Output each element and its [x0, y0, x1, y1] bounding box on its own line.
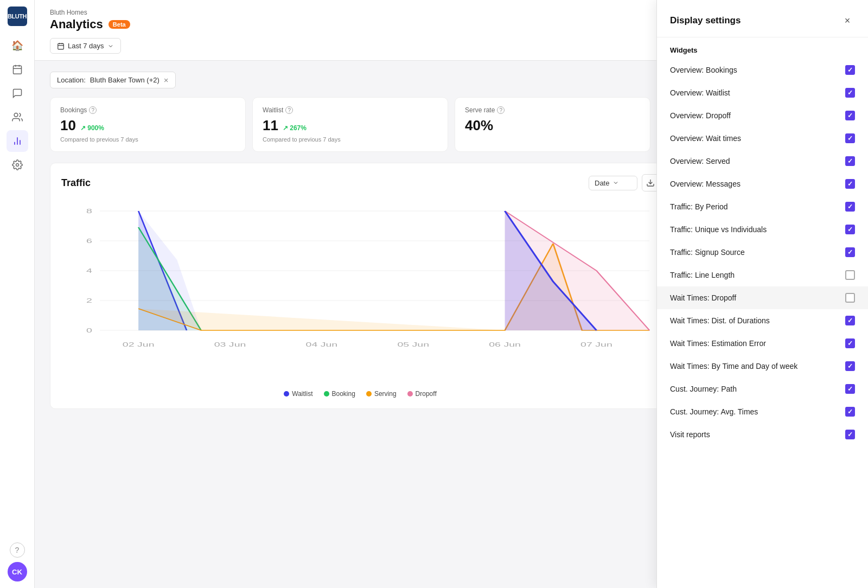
widget-checkbox[interactable]: ✓: [845, 65, 855, 75]
widget-row[interactable]: Overview: Dropoff ✓: [657, 104, 868, 127]
sidebar-item-analytics[interactable]: [7, 130, 28, 152]
check-icon: ✓: [847, 340, 853, 347]
date-range-button[interactable]: Last 7 days: [50, 38, 121, 54]
widget-checkbox[interactable]: ✓: [845, 384, 855, 394]
widget-label: Traffic: Unique vs Individuals: [670, 225, 767, 234]
date-select-label: Date: [595, 179, 609, 187]
svg-rect-0: [13, 66, 21, 74]
widget-row[interactable]: Wait Times: Dist. of Durations ✓: [657, 309, 868, 332]
widget-row[interactable]: Traffic: Signup Source ✓: [657, 241, 868, 264]
settings-panel: Display settings × Widgets Overview: Boo…: [656, 0, 868, 588]
widget-label: Wait Times: Dropoff: [670, 293, 736, 302]
widget-label: Wait Times: By Time and Day of week: [670, 362, 797, 370]
widget-row[interactable]: Cust. Journey: Path ✓: [657, 378, 868, 400]
widget-row[interactable]: Overview: Waitlist ✓: [657, 81, 868, 104]
check-icon: ✓: [847, 158, 853, 164]
widget-row[interactable]: Overview: Bookings ✓: [657, 59, 868, 81]
widget-checkbox[interactable]: ✓: [845, 202, 855, 212]
stat-waitlist: Waitlist ? 11 ↗ 267% Compared to previou…: [252, 97, 448, 152]
legend-serving: Serving: [366, 390, 397, 398]
legend-dot-serving: [366, 391, 372, 397]
stat-waitlist-label: Waitlist ?: [263, 106, 438, 114]
sidebar-item-calendar[interactable]: [7, 59, 28, 80]
widget-row[interactable]: Wait Times: By Time and Day of week ✓: [657, 355, 868, 378]
beta-badge: Beta: [108, 20, 130, 29]
widget-checkbox[interactable]: ✓: [845, 316, 855, 325]
widget-checkbox[interactable]: ✓: [845, 407, 855, 417]
widget-checkbox[interactable]: [845, 293, 855, 303]
legend-dot-dropoff: [407, 391, 413, 397]
widget-label: Wait Times: Estimation Error: [670, 339, 766, 348]
sidebar-item-home[interactable]: 🏠: [7, 35, 28, 56]
svg-text:02 Jun: 02 Jun: [123, 341, 155, 348]
main-content: Bluth Homes Analytics Beta Last 7 days L…: [35, 0, 868, 588]
logo[interactable]: BLUTH: [8, 7, 27, 26]
traffic-chart-title: Traffic: [61, 177, 91, 189]
widget-row[interactable]: Overview: Wait times ✓: [657, 127, 868, 150]
traffic-svg: 0 2 4 6 8 02 Jun 03 Jun 04 Jun 05 Jun 06…: [61, 200, 659, 385]
widget-checkbox[interactable]: [845, 270, 855, 280]
widget-row[interactable]: Traffic: Line Length: [657, 264, 868, 286]
stat-bookings: Bookings ? 10 ↗ 900% Compared to previou…: [50, 97, 246, 152]
filter-label: Location:: [57, 76, 86, 84]
widget-row[interactable]: Overview: Messages ✓: [657, 172, 868, 195]
settings-header: Display settings ×: [657, 0, 868, 37]
filter-close-icon[interactable]: ×: [164, 75, 169, 85]
widget-row[interactable]: Traffic: By Period ✓: [657, 195, 868, 218]
widget-checkbox[interactable]: ✓: [845, 156, 855, 166]
svg-text:07 Jun: 07 Jun: [580, 341, 612, 348]
widget-checkbox[interactable]: ✓: [845, 133, 855, 143]
widget-checkbox[interactable]: ✓: [845, 179, 855, 189]
date-range-label: Last 7 days: [68, 42, 104, 50]
widget-label: Traffic: Signup Source: [670, 248, 745, 257]
svg-point-8: [16, 164, 18, 167]
legend-waitlist: Waitlist: [284, 390, 312, 398]
traffic-chart-card: Traffic Date: [50, 163, 671, 409]
widget-checkbox[interactable]: ✓: [845, 225, 855, 234]
widget-label: Traffic: By Period: [670, 202, 728, 211]
widget-row[interactable]: Visit reports ✓: [657, 423, 868, 446]
serve-rate-help-icon[interactable]: ?: [497, 106, 505, 114]
widgets-list: Overview: Bookings ✓ Overview: Waitlist …: [657, 59, 868, 446]
widget-checkbox[interactable]: ✓: [845, 88, 855, 98]
sidebar-item-people[interactable]: [7, 106, 28, 128]
widget-row[interactable]: Overview: Served ✓: [657, 150, 868, 172]
widget-checkbox[interactable]: ✓: [845, 338, 855, 348]
widget-row[interactable]: Traffic: Unique vs Individuals ✓: [657, 218, 868, 241]
sidebar: BLUTH 🏠 ? CK: [0, 0, 35, 588]
legend-dot-booking: [324, 391, 329, 397]
legend-label-waitlist: Waitlist: [292, 390, 312, 398]
bookings-sub: Compared to previous 7 days: [60, 136, 235, 143]
waitlist-sub: Compared to previous 7 days: [263, 136, 438, 143]
location-filter[interactable]: Location: Bluth Baker Town (+2) ×: [50, 72, 176, 88]
date-select[interactable]: Date: [589, 176, 637, 190]
sidebar-item-settings[interactable]: [7, 154, 28, 176]
widget-label: Overview: Wait times: [670, 134, 741, 143]
widget-checkbox[interactable]: ✓: [845, 430, 855, 439]
check-icon: ✓: [847, 90, 853, 96]
stat-serve-rate-label: Serve rate ?: [465, 106, 640, 114]
svg-text:04 Jun: 04 Jun: [306, 341, 338, 348]
bookings-help-icon[interactable]: ?: [89, 106, 97, 114]
widget-row[interactable]: Cust. Journey: Avg. Times ✓: [657, 400, 868, 423]
logo-box: BLUTH: [8, 7, 27, 26]
widget-row[interactable]: Wait Times: Dropoff: [657, 286, 868, 309]
widget-checkbox[interactable]: ✓: [845, 111, 855, 120]
check-icon: ✓: [847, 431, 853, 438]
waitlist-help-icon[interactable]: ?: [285, 106, 293, 114]
settings-close-button[interactable]: ×: [840, 13, 855, 28]
check-icon: ✓: [847, 67, 853, 73]
widget-label: Overview: Dropoff: [670, 111, 731, 120]
check-icon: ✓: [847, 135, 853, 142]
check-icon: ✓: [847, 317, 853, 324]
waitlist-change: ↗ 267%: [283, 124, 307, 132]
help-icon[interactable]: ?: [10, 542, 25, 558]
widget-checkbox[interactable]: ✓: [845, 247, 855, 257]
check-icon: ✓: [847, 386, 853, 392]
widget-checkbox[interactable]: ✓: [845, 361, 855, 371]
stat-bookings-value: 10 ↗ 900%: [60, 117, 235, 134]
sidebar-item-messages[interactable]: [7, 82, 28, 104]
widget-row[interactable]: Wait Times: Estimation Error ✓: [657, 332, 868, 355]
user-avatar[interactable]: CK: [8, 562, 27, 581]
svg-text:4: 4: [86, 267, 92, 274]
